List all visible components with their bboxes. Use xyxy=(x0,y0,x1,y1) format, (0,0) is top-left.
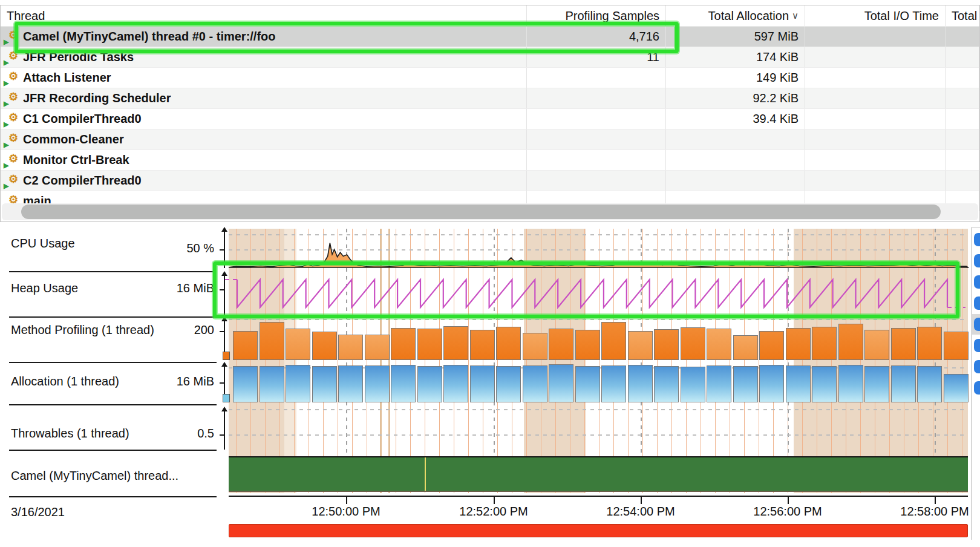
timeline-tool-button[interactable] xyxy=(974,296,980,310)
gear-icon: ⚙ xyxy=(8,111,18,123)
thread-icon: ⚙▶ xyxy=(4,153,19,168)
allocation-bar xyxy=(944,374,969,402)
time-axis-label: 12:58:00 PM xyxy=(900,505,969,519)
time-axis-label: 12:52:00 PM xyxy=(459,505,528,519)
table-row[interactable]: ⚙▶C2 CompilerThread0 xyxy=(1,170,979,191)
allocation-bar xyxy=(260,366,284,402)
cell-total-io-time xyxy=(805,150,946,170)
cell-thread-name: ⚙▶JFR Recording Scheduler xyxy=(1,88,527,108)
timeline-tool-button[interactable] xyxy=(974,360,980,373)
event-line xyxy=(962,229,962,493)
lane-axis-arrow-icon xyxy=(221,227,227,232)
cell-total-allocation xyxy=(666,129,805,149)
gear-icon: ⚙ xyxy=(8,70,18,82)
table-row[interactable]: ⚙▶JFR Recording Scheduler92.2 KiB xyxy=(1,88,979,108)
allocation-bar xyxy=(681,367,705,402)
gear-icon: ⚙ xyxy=(8,91,18,103)
timeline-tool-button[interactable] xyxy=(974,275,980,289)
lane-axis-tick xyxy=(220,331,224,332)
method-bar xyxy=(864,330,889,360)
expand-arrow-icon[interactable]: ▶ xyxy=(4,183,8,189)
method-bar xyxy=(470,330,495,360)
expand-arrow-icon[interactable]: ▶ xyxy=(4,59,8,66)
cell-total-allocation xyxy=(666,150,805,170)
method-bar xyxy=(944,332,969,360)
method-legend-swatch xyxy=(223,352,230,360)
sort-desc-icon: ∨ xyxy=(792,10,799,21)
method-bar xyxy=(759,331,784,360)
thread-icon: ⚙▶ xyxy=(4,91,19,106)
lane-axis-arrow-icon xyxy=(221,362,227,367)
timeline-range-scrollbar[interactable] xyxy=(229,524,968,537)
allocation-bar xyxy=(470,365,495,402)
cell-total-blocked-time xyxy=(946,88,979,108)
method-bar xyxy=(312,332,337,360)
timeline-tool-button[interactable] xyxy=(974,318,980,331)
column-header-total-blocked-time[interactable]: Total Blocked Time xyxy=(946,5,980,26)
cell-thread-name: ⚙▶Common-Cleaner xyxy=(1,129,527,149)
gear-icon: ⚙ xyxy=(8,173,18,185)
expand-arrow-icon[interactable]: ▶ xyxy=(4,142,8,148)
time-axis-line xyxy=(229,496,968,497)
thread-icon: ⚙▶ xyxy=(4,174,19,188)
allocation-bar xyxy=(733,366,758,402)
method-bar xyxy=(786,328,811,360)
gear-icon: ⚙ xyxy=(8,152,18,165)
expand-arrow-icon[interactable]: ▶ xyxy=(4,100,8,107)
method-bar xyxy=(917,327,942,360)
expand-arrow-icon[interactable]: ▶ xyxy=(4,80,8,87)
table-row[interactable]: ⚙▶Common-Cleaner xyxy=(1,129,979,149)
table-scrollbar-thumb[interactable] xyxy=(21,205,941,219)
timeline-tool-button[interactable] xyxy=(974,254,980,267)
allocation-bar xyxy=(601,365,626,402)
allocation-bar xyxy=(523,365,547,402)
thread-icon: ⚙▶ xyxy=(4,112,19,126)
expand-arrow-icon[interactable]: ▶ xyxy=(4,162,8,169)
time-axis-label: 12:54:00 PM xyxy=(606,505,675,519)
table-row[interactable]: ⚙▶Attach Listener149 KiB xyxy=(1,67,979,88)
cell-total-io-time xyxy=(805,88,946,108)
timeline-tool-button[interactable] xyxy=(974,381,980,395)
method-bar xyxy=(601,322,626,360)
method-bar xyxy=(417,329,442,360)
allocation-bar xyxy=(417,366,442,402)
timeline-tool-button[interactable] xyxy=(974,339,980,352)
allocation-bar xyxy=(286,365,310,402)
table-row[interactable]: ⚙▶Monitor Ctrl-Break xyxy=(1,149,979,170)
lane-separator xyxy=(9,271,217,272)
cell-total-io-time xyxy=(805,129,946,149)
allocation-bar xyxy=(575,366,600,402)
cell-total-blocked-time xyxy=(946,150,979,170)
method-profiling-chart xyxy=(229,318,968,360)
allocation-bar xyxy=(917,366,942,402)
table-horizontal-scrollbar[interactable] xyxy=(2,203,978,220)
date-label: 3/16/2021 xyxy=(11,505,65,519)
expand-arrow-icon[interactable]: ▶ xyxy=(4,121,8,128)
method-bar xyxy=(891,328,916,360)
method-bar xyxy=(443,326,468,360)
table-row[interactable]: ⚙▶C1 CompilerThread039.4 KiB xyxy=(1,108,979,129)
cell-profiling-samples xyxy=(527,109,666,129)
cell-total-allocation: 92.2 KiB xyxy=(666,88,805,108)
expand-arrow-icon[interactable]: ▶ xyxy=(4,39,8,45)
cell-profiling-samples xyxy=(527,150,666,170)
method-bar xyxy=(260,322,284,360)
cell-total-blocked-time xyxy=(946,129,979,149)
lane-label-5: Camel (MyTinyCamel) thread... xyxy=(11,469,178,483)
timeline-tool-button[interactable] xyxy=(974,233,980,246)
lane-axis-value: 16 MiB xyxy=(0,375,214,388)
thread-activity-bar[interactable] xyxy=(229,456,968,492)
lane-axis-value: 200 xyxy=(0,323,214,337)
cell-total-io-time xyxy=(805,171,946,191)
column-header-total-allocation[interactable]: Total Allocation∨ xyxy=(666,5,805,26)
allocation-bar xyxy=(443,365,468,402)
gear-icon: ⚙ xyxy=(8,132,18,144)
lane-separator xyxy=(9,362,217,363)
lane-axis-tick xyxy=(220,382,224,384)
cell-thread-name: ⚙▶C2 CompilerThread0 xyxy=(1,171,527,191)
thread-icon: ⚙▶ xyxy=(4,71,19,85)
column-header-total-i-o-time[interactable]: Total I/O Time xyxy=(805,5,946,26)
lane-axis-value: 16 MiB xyxy=(0,281,214,295)
method-bar xyxy=(628,331,653,360)
lane-axis-value: 0.5 xyxy=(0,427,214,441)
